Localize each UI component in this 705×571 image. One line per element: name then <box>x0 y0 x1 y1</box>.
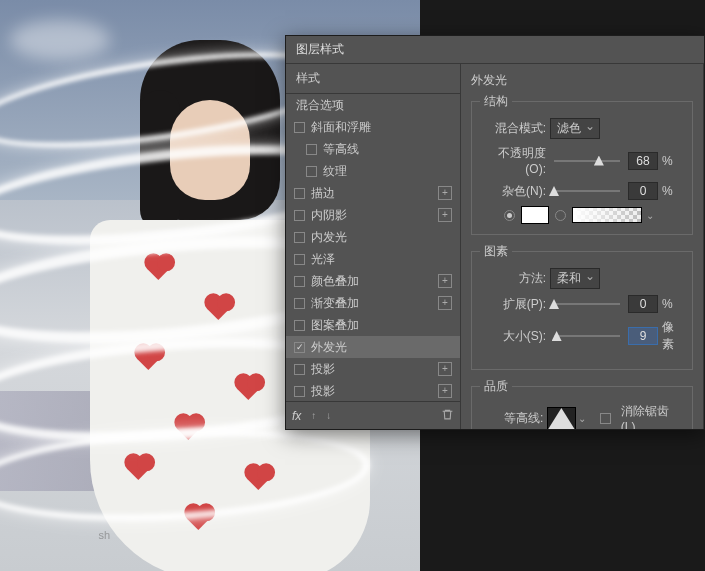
style-row[interactable]: 投影+ <box>286 380 460 401</box>
color-swatch[interactable] <box>521 206 549 224</box>
style-label: 图案叠加 <box>311 317 452 334</box>
noise-label: 杂色(N): <box>480 183 546 200</box>
size-input[interactable]: 9 <box>628 327 658 345</box>
style-row[interactable]: 等高线 <box>286 138 460 160</box>
style-row[interactable]: 内阴影+ <box>286 204 460 226</box>
styles-column: 样式 混合选项 斜面和浮雕等高线纹理描边+内阴影+内发光光泽颜色叠加+渐变叠加+… <box>286 64 461 429</box>
antialias-label: 消除锯齿 (L) <box>621 403 684 429</box>
group-elements: 图素 方法: 柔和 扩展(P): 0 % 大小(S): 9 像素 <box>471 243 693 370</box>
style-label: 投影 <box>311 361 438 378</box>
gradient-dropdown-icon[interactable]: ⌄ <box>646 210 654 221</box>
styles-footer: fx ↑ ↓ <box>286 401 460 429</box>
opacity-label: 不透明度(O): <box>480 145 546 176</box>
style-checkbox[interactable] <box>294 364 305 375</box>
styles-list: 混合选项 斜面和浮雕等高线纹理描边+内阴影+内发光光泽颜色叠加+渐变叠加+图案叠… <box>286 94 460 401</box>
style-label: 颜色叠加 <box>311 273 438 290</box>
dialog-titlebar[interactable]: 图层样式 <box>286 36 704 64</box>
style-checkbox[interactable] <box>294 210 305 221</box>
style-checkbox[interactable] <box>294 320 305 331</box>
style-row[interactable]: 图案叠加 <box>286 314 460 336</box>
style-label: 描边 <box>311 185 438 202</box>
antialias-checkbox[interactable] <box>600 413 611 424</box>
color-solid-radio[interactable] <box>504 210 515 221</box>
blend-mode-select[interactable]: 滤色 <box>550 118 600 139</box>
style-label: 内阴影 <box>311 207 438 224</box>
style-label: 渐变叠加 <box>311 295 438 312</box>
style-checkbox[interactable] <box>294 298 305 309</box>
style-checkbox[interactable] <box>306 144 317 155</box>
size-label: 大小(S): <box>480 328 546 345</box>
panel-title: 外发光 <box>471 72 693 89</box>
fx-menu[interactable]: fx <box>292 409 301 423</box>
trash-icon[interactable] <box>441 408 454 424</box>
blend-mode-label: 混合模式: <box>480 120 546 137</box>
style-row[interactable]: 外发光 <box>286 336 460 358</box>
opacity-slider[interactable] <box>554 160 620 162</box>
settings-panel: 外发光 结构 混合模式: 滤色 不透明度(O): 68 % 杂色(N): 0 <box>461 64 704 429</box>
contour-dropdown-icon[interactable]: ⌄ <box>578 413 586 424</box>
style-checkbox[interactable] <box>294 232 305 243</box>
style-checkbox[interactable] <box>294 342 305 353</box>
arrow-up-icon[interactable]: ↑ <box>311 410 316 421</box>
style-checkbox[interactable] <box>294 122 305 133</box>
add-effect-icon[interactable]: + <box>438 362 452 376</box>
style-checkbox[interactable] <box>306 166 317 177</box>
blending-options-row[interactable]: 混合选项 <box>286 94 460 116</box>
dialog-title: 图层样式 <box>296 41 344 58</box>
spread-input[interactable]: 0 <box>628 295 658 313</box>
color-gradient-radio[interactable] <box>555 210 566 221</box>
style-checkbox[interactable] <box>294 254 305 265</box>
style-checkbox[interactable] <box>294 188 305 199</box>
gradient-swatch[interactable] <box>572 207 642 223</box>
group-quality: 品质 等高线: ⌄ 消除锯齿 (L) 范围(R): 50 % <box>471 378 693 429</box>
opacity-input[interactable]: 68 <box>628 152 658 170</box>
style-checkbox[interactable] <box>294 386 305 397</box>
contour-label: 等高线: <box>480 410 543 427</box>
noise-input[interactable]: 0 <box>628 182 658 200</box>
style-row[interactable]: 斜面和浮雕 <box>286 116 460 138</box>
style-row[interactable]: 投影+ <box>286 358 460 380</box>
style-row[interactable]: 颜色叠加+ <box>286 270 460 292</box>
group-structure: 结构 混合模式: 滤色 不透明度(O): 68 % 杂色(N): 0 % <box>471 93 693 235</box>
arrow-down-icon[interactable]: ↓ <box>326 410 331 421</box>
add-effect-icon[interactable]: + <box>438 208 452 222</box>
style-row[interactable]: 纹理 <box>286 160 460 182</box>
spread-slider[interactable] <box>554 303 620 305</box>
style-label: 斜面和浮雕 <box>311 119 452 136</box>
add-effect-icon[interactable]: + <box>438 186 452 200</box>
spread-label: 扩展(P): <box>480 296 546 313</box>
style-label: 外发光 <box>311 339 452 356</box>
style-label: 内发光 <box>311 229 452 246</box>
technique-select[interactable]: 柔和 <box>550 268 600 289</box>
svg-marker-0 <box>548 408 575 429</box>
noise-slider[interactable] <box>554 190 620 192</box>
style-label: 纹理 <box>323 163 452 180</box>
add-effect-icon[interactable]: + <box>438 296 452 310</box>
styles-header: 样式 <box>286 64 460 94</box>
style-row[interactable]: 描边+ <box>286 182 460 204</box>
style-checkbox[interactable] <box>294 276 305 287</box>
style-label: 等高线 <box>323 141 452 158</box>
style-row[interactable]: 内发光 <box>286 226 460 248</box>
layer-style-dialog: 图层样式 样式 混合选项 斜面和浮雕等高线纹理描边+内阴影+内发光光泽颜色叠加+… <box>285 35 705 430</box>
style-row[interactable]: 光泽 <box>286 248 460 270</box>
style-label: 光泽 <box>311 251 452 268</box>
style-label: 投影 <box>311 383 438 400</box>
style-row[interactable]: 渐变叠加+ <box>286 292 460 314</box>
add-effect-icon[interactable]: + <box>438 384 452 398</box>
size-slider[interactable] <box>554 335 620 337</box>
contour-picker[interactable] <box>547 407 576 430</box>
add-effect-icon[interactable]: + <box>438 274 452 288</box>
watermark: sh <box>98 529 110 541</box>
technique-label: 方法: <box>480 270 546 287</box>
